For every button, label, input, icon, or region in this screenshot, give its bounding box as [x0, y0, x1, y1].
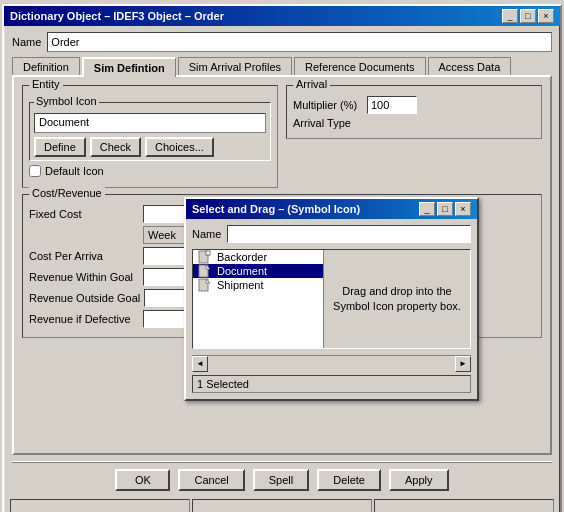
- default-icon-label: Default Icon: [45, 165, 104, 177]
- list-container: Backorder Document: [192, 249, 471, 349]
- popup-name-label: Name: [192, 228, 221, 240]
- tab-reference-documents[interactable]: Reference Documents: [294, 57, 425, 77]
- bottom-bar: OK Cancel Spell Delete Apply: [4, 463, 560, 497]
- symbol-icon-label: Symbol Icon: [34, 95, 99, 107]
- title-buttons: _ □ ×: [502, 9, 554, 23]
- popup-maximize-button[interactable]: □: [437, 202, 453, 216]
- popup-hscrollbar[interactable]: ◄ ►: [192, 355, 471, 371]
- check-button[interactable]: Check: [90, 137, 141, 157]
- entity-group-label: Entity: [29, 78, 63, 90]
- symbol-display: Document: [34, 113, 266, 133]
- name-row: Name: [4, 26, 560, 56]
- choices-button[interactable]: Choices...: [145, 137, 214, 157]
- list-items: Backorder Document: [193, 250, 323, 348]
- cost-group-label: Cost/Revenue: [29, 187, 105, 199]
- window-title: Dictionary Object – IDEF3 Object – Order: [10, 10, 224, 22]
- revenue-outside-label: Revenue Outside Goal: [29, 292, 140, 304]
- delete-button[interactable]: Delete: [317, 469, 381, 491]
- tab-sim-arrival-profiles[interactable]: Sim Arrival Profiles: [178, 57, 292, 77]
- cost-per-arriva-label: Cost Per Arriva: [29, 250, 139, 262]
- list-item-backorder[interactable]: Backorder: [193, 250, 323, 264]
- apply-button[interactable]: Apply: [389, 469, 449, 491]
- symbol-buttons-row: Define Check Choices...: [34, 137, 266, 157]
- title-bar: Dictionary Object – IDEF3 Object – Order…: [4, 6, 560, 26]
- tabs-row: Definition Sim Defintion Sim Arrival Pro…: [4, 56, 560, 76]
- cancel-button[interactable]: Cancel: [178, 469, 244, 491]
- revenue-defective-label: Revenue if Defective: [29, 313, 139, 325]
- name-label: Name: [12, 36, 41, 48]
- default-icon-row: Default Icon: [29, 165, 271, 177]
- popup-title-bar: Select and Drag – (Symbol Icon) _ □ ×: [186, 199, 477, 219]
- list-area: Backorder Document: [193, 250, 470, 348]
- arrival-col: Arrival Multiplier (%) Arrival Type: [286, 85, 542, 194]
- maximize-button[interactable]: □: [520, 9, 536, 23]
- minimize-button[interactable]: _: [502, 9, 518, 23]
- drag-drop-text: Drag and drop into the Symbol Icon prope…: [332, 284, 462, 315]
- hscroll-right-button[interactable]: ►: [455, 356, 471, 372]
- status-panel-2: [192, 499, 372, 512]
- popup-name-input[interactable]: [227, 225, 471, 243]
- status-bar: [4, 497, 560, 512]
- revenue-within-label: Revenue Within Goal: [29, 271, 139, 283]
- status-panel-1: [10, 499, 190, 512]
- arrival-group-label: Arrival: [293, 78, 330, 90]
- popup-dialog: Select and Drag – (Symbol Icon) _ □ × Na…: [184, 197, 479, 401]
- hscroll-track: [208, 356, 455, 372]
- popup-title-text: Select and Drag – (Symbol Icon): [192, 203, 360, 215]
- popup-name-row: Name: [192, 225, 471, 243]
- shipment-label: Shipment: [217, 279, 263, 291]
- tab-sim-defintion[interactable]: Sim Defintion: [82, 57, 176, 77]
- backorder-icon: [197, 251, 213, 263]
- entity-group: Entity Symbol Icon Document Define Check…: [22, 85, 278, 188]
- content-area: Entity Symbol Icon Document Define Check…: [12, 75, 552, 455]
- ok-button[interactable]: OK: [115, 469, 170, 491]
- shipment-icon: [197, 279, 213, 291]
- fixed-cost-label: Fixed Cost: [29, 208, 139, 220]
- tab-access-data[interactable]: Access Data: [428, 57, 512, 77]
- entity-col: Entity Symbol Icon Document Define Check…: [22, 85, 278, 194]
- define-button[interactable]: Define: [34, 137, 86, 157]
- popup-title-buttons: _ □ ×: [419, 202, 471, 216]
- list-item-shipment[interactable]: Shipment: [193, 278, 323, 292]
- arrival-type-label: Arrival Type: [293, 117, 363, 129]
- document-label: Document: [217, 265, 267, 277]
- multiplier-input[interactable]: [367, 96, 417, 114]
- arrival-type-row: Arrival Type: [293, 117, 535, 129]
- name-input[interactable]: [47, 32, 552, 52]
- popup-minimize-button[interactable]: _: [419, 202, 435, 216]
- close-button[interactable]: ×: [538, 9, 554, 23]
- popup-status: 1 Selected: [192, 375, 471, 393]
- tab-definition[interactable]: Definition: [12, 57, 80, 77]
- status-panel-3: [374, 499, 554, 512]
- backorder-label: Backorder: [217, 251, 267, 263]
- multiplier-label: Multiplier (%): [293, 99, 363, 111]
- svg-rect-2: [206, 251, 210, 255]
- spell-button[interactable]: Spell: [253, 469, 309, 491]
- list-item-document[interactable]: Document: [193, 264, 323, 278]
- hscroll-left-button[interactable]: ◄: [192, 356, 208, 372]
- default-icon-checkbox[interactable]: [29, 165, 41, 177]
- bottom-divider-inner: [12, 461, 552, 462]
- multiplier-row: Multiplier (%): [293, 96, 535, 114]
- arrival-group: Arrival Multiplier (%) Arrival Type: [286, 85, 542, 139]
- popup-close-button[interactable]: ×: [455, 202, 471, 216]
- entity-arrival-row: Entity Symbol Icon Document Define Check…: [22, 85, 542, 194]
- drag-drop-area: Drag and drop into the Symbol Icon prope…: [323, 250, 470, 348]
- popup-content: Name Backorder: [186, 219, 477, 399]
- document-icon: [197, 265, 213, 277]
- main-window: Dictionary Object – IDEF3 Object – Order…: [2, 4, 562, 512]
- symbol-icon-box: Symbol Icon Document Define Check Choice…: [29, 102, 271, 161]
